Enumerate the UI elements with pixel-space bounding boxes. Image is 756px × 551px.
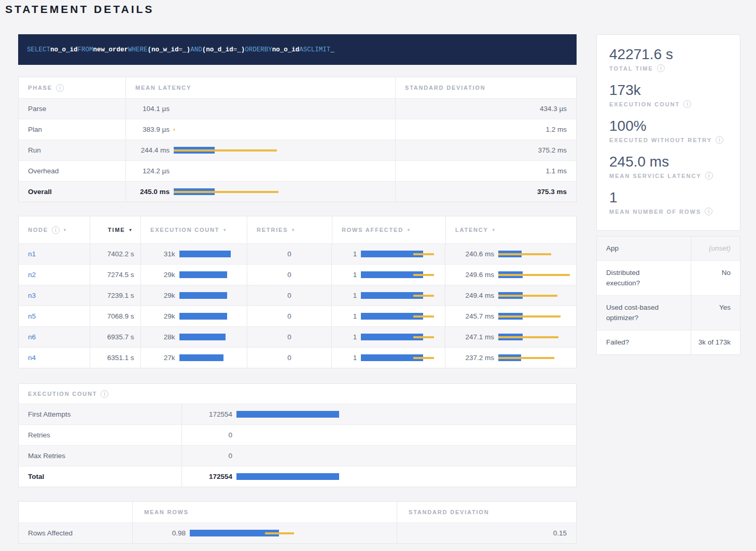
node-row: n37239.1 s29k01249.4 ms xyxy=(19,285,576,306)
phase-stddev: 434.3 µs xyxy=(396,99,576,119)
info-icon[interactable]: i xyxy=(683,100,691,108)
sort-arrow-icon[interactable]: ▼ xyxy=(291,228,295,232)
sql-token: LIMIT xyxy=(311,46,331,53)
standard-deviation-header-label: STANDARD DEVIATION xyxy=(409,509,489,515)
phase-header-cell[interactable]: PHASE i xyxy=(19,77,126,98)
info-icon[interactable]: i xyxy=(705,172,713,180)
node-link[interactable]: n4 xyxy=(19,354,36,362)
stddev-bar xyxy=(498,274,570,276)
execution-count-header-label: EXECUTION COUNT xyxy=(150,227,219,233)
sql-token: ORDER xyxy=(245,46,264,53)
stat-executed-without-retry: 100% EXECUTED WITHOUT RETRYi xyxy=(609,118,727,144)
phase-mean-bar-group: 383.9 µs xyxy=(126,126,298,133)
mean-rows-bar-group: 0.98 xyxy=(143,529,299,537)
execution-label: Total xyxy=(19,466,182,487)
execution-count-title: EXECUTION COUNT xyxy=(28,391,97,397)
info-icon[interactable]: i xyxy=(101,390,108,398)
node-table: NODE i ▼ TIME ▼ EXECUTION COUNT ▼ RETRIE… xyxy=(18,216,577,368)
rows-affected-header-cell[interactable]: ROWS AFFECTED ▼ xyxy=(332,216,446,243)
sort-arrow-icon[interactable]: ▼ xyxy=(492,228,496,232)
info-icon[interactable]: i xyxy=(716,136,723,144)
sort-arrow-icon[interactable]: ▼ xyxy=(407,228,411,232)
phase-mean-bar-track xyxy=(174,188,298,196)
node-link[interactable]: n1 xyxy=(19,250,36,258)
node-retries: 0 xyxy=(247,285,332,306)
phase-mean-bar-track xyxy=(174,126,298,133)
standard-deviation-header-cell[interactable]: STANDARD DEVIATION xyxy=(397,502,576,522)
phase-header-label: PHASE xyxy=(28,85,52,91)
stddev-bar xyxy=(413,253,434,255)
node-rows-affected-bar-group: 1 xyxy=(341,354,441,362)
execution-row: Total172554 xyxy=(19,466,576,487)
execution-bar-track xyxy=(236,473,576,480)
node-link[interactable]: n3 xyxy=(19,292,36,299)
execution-count-header-cell[interactable]: EXECUTION COUNT ▼ xyxy=(141,216,247,243)
mean-rows-header-cell[interactable]: MEAN ROWS xyxy=(133,502,397,522)
node-link[interactable]: n6 xyxy=(19,333,36,341)
node-link[interactable]: n2 xyxy=(19,271,36,279)
rows-affected-header-label: ROWS AFFECTED xyxy=(342,227,403,233)
stddev-bar xyxy=(413,315,434,318)
info-icon[interactable]: i xyxy=(657,64,665,72)
details-value: No xyxy=(691,261,740,295)
node-exec-count-cell: 31k xyxy=(141,244,247,264)
execution-count-table: EXECUTION COUNT i First Attempts172554Re… xyxy=(18,383,577,487)
node-time: 7068.9 s xyxy=(90,306,141,326)
stddev-bar xyxy=(413,336,434,338)
execution-bar-group: 172554 xyxy=(185,473,576,480)
stat-mean-service-latency: 245.0 ms MEAN SERVICE LATENCYi xyxy=(609,154,727,180)
sql-token: FROM xyxy=(78,46,93,53)
latency-header-cell[interactable]: LATENCY ▼ xyxy=(446,216,576,243)
node-retries: 0 xyxy=(247,244,332,264)
node-time: 7274.5 s xyxy=(90,265,141,285)
info-icon[interactable]: i xyxy=(56,84,64,92)
details-label: Distributed execution? xyxy=(597,261,691,295)
node-rows-affected-bar-group: 1 xyxy=(341,312,441,320)
sql-token: = xyxy=(179,46,183,53)
node-cell: n3 xyxy=(19,285,90,306)
node-link[interactable]: n5 xyxy=(19,312,36,320)
info-icon[interactable]: i xyxy=(705,208,712,215)
sql-token: (no_w_id xyxy=(148,46,179,53)
stddev-bar xyxy=(174,129,175,131)
node-rows-affected-value: 1 xyxy=(341,312,357,320)
time-header-cell[interactable]: TIME ▼ xyxy=(90,216,141,243)
sort-arrow-icon[interactable]: ▼ xyxy=(128,228,132,232)
standard-deviation-header-cell[interactable]: STANDARD DEVIATION xyxy=(396,77,576,98)
rows-affected-row: Rows Affected0.980.15 xyxy=(19,522,576,543)
sort-arrow-icon[interactable]: ▼ xyxy=(222,228,227,232)
details-label: Failed? xyxy=(597,330,691,354)
mean-rows-header-label: MEAN ROWS xyxy=(144,509,189,515)
execution-bar-track xyxy=(236,452,576,460)
node-header-cell[interactable]: NODE i ▼ xyxy=(19,216,90,243)
stat-total-time: 42271.6 s TOTAL TIMEi xyxy=(609,46,727,72)
phase-name: Overall xyxy=(19,182,126,202)
phase-mean-bar-group: 104.1 µs xyxy=(126,105,298,113)
node-exec-count-bar-track xyxy=(179,354,249,362)
phase-name: Run xyxy=(19,140,126,160)
rows-stddev: 0.15 xyxy=(397,523,576,543)
node-rows-affected-bar-track xyxy=(361,271,441,279)
stat-value: 173k xyxy=(609,82,727,99)
sql-token: AND xyxy=(190,46,202,53)
node-exec-count-bar-group: 27k xyxy=(150,354,249,362)
stat-value: 100% xyxy=(609,118,727,134)
rows-affected-table-body: Rows Affected0.980.15 xyxy=(19,522,576,543)
retries-header-cell[interactable]: RETRIES ▼ xyxy=(247,216,332,243)
stat-mean-number-of-rows: 1 MEAN NUMBER OF ROWSi xyxy=(609,189,727,215)
node-exec-count-cell: 29k xyxy=(141,285,247,306)
node-exec-count-value: 29k xyxy=(150,312,175,320)
statement-details-page: STATEMENT DETAILS SELECT no_o_id FROM ne… xyxy=(0,0,756,551)
stddev-bar xyxy=(413,357,434,359)
info-icon[interactable]: i xyxy=(52,226,60,234)
sort-arrow-icon[interactable]: ▼ xyxy=(63,228,67,232)
execution-bar-group: 0 xyxy=(185,431,576,439)
execution-label: Retries xyxy=(19,425,182,445)
node-cell: n2 xyxy=(19,265,90,285)
node-retries: 0 xyxy=(247,265,332,285)
node-exec-count-bar-group: 29k xyxy=(150,271,249,279)
mean-latency-header-cell[interactable]: MEAN LATENCY xyxy=(126,77,396,98)
mean-bar xyxy=(179,334,226,340)
details-label: App xyxy=(597,237,691,260)
node-row: n46351.1 s27k01237.2 ms xyxy=(19,347,576,368)
